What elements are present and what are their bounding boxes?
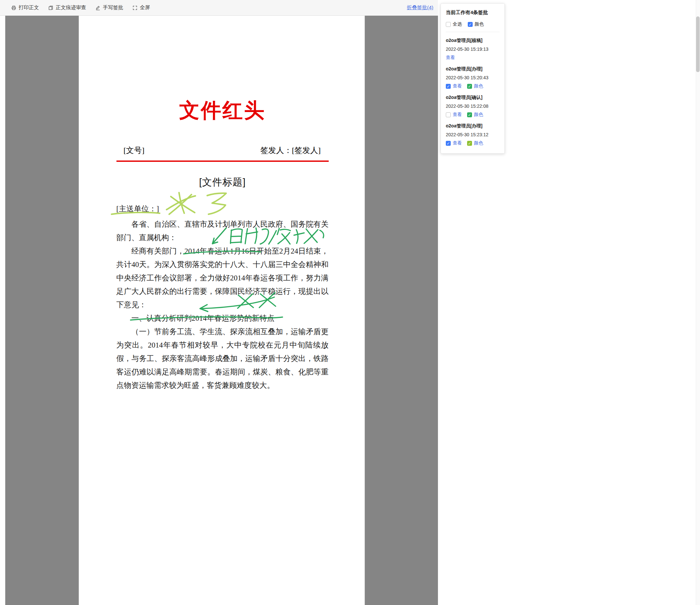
paragraph: （一）节前务工流、学生流、探亲流相互叠加，运输矛盾更为突出。2014年春节相对较…	[116, 325, 328, 392]
approver-name: o2oa管理员[办理]	[446, 123, 500, 129]
approvals-panel-title: 当前工作有4条签批	[446, 9, 500, 16]
document-area: 文件红头 [文号] 签发人：[签发人] [文件标题] [主送单位：] 各省、自治…	[5, 16, 438, 605]
toolbar: 打印正文 正文痕迹审查 手写签批 全屏 折叠签批(4)	[0, 0, 438, 16]
collapse-approvals-link[interactable]: 折叠签批(4)	[407, 4, 433, 11]
fullscreen-icon	[132, 5, 138, 10]
approval-time: 2022-05-30 15:19:13	[446, 47, 500, 52]
color-checkbox[interactable]	[467, 141, 472, 146]
red-header-title: 文件红头	[116, 99, 328, 122]
fullscreen-label: 全屏	[140, 4, 150, 11]
approval-actions: 查看 颜色	[446, 83, 500, 89]
color-checkbox[interactable]	[468, 22, 473, 27]
color-label: 颜色	[474, 112, 483, 118]
view-label: 查看	[453, 83, 462, 89]
approver-name: o2oa管理员[确认]	[446, 95, 500, 101]
issuer: 签发人：[签发人]	[260, 145, 321, 156]
approval-actions: 查看	[446, 55, 500, 60]
trace-review-button[interactable]: 正文痕迹审查	[48, 4, 86, 11]
approver-name: o2oa管理员[核稿]	[446, 38, 500, 44]
color-checkbox-group[interactable]: 颜色	[468, 21, 484, 27]
trace-review-icon	[48, 5, 53, 10]
vertical-scrollbar[interactable]	[696, 0, 700, 605]
select-all-label: 全选	[453, 21, 462, 27]
document-title: [文件标题]	[116, 176, 328, 189]
trace-review-label: 正文痕迹审查	[56, 4, 86, 11]
view-checkbox-group[interactable]: 查看	[446, 140, 462, 146]
section-heading: 一、认真分析研判2014年春运形势的新特点	[116, 311, 328, 325]
fullscreen-button[interactable]: 全屏	[132, 4, 150, 11]
approvals-panel: 当前工作有4条签批 全选 颜色 o2oa管理员[核稿] 2022-05-30 1…	[441, 3, 505, 154]
paragraph: 经商有关部门，2014年春运从1月16日开始至2月24日结束，共计40天。为深入…	[116, 244, 328, 311]
paragraph: 各省、自治区、直辖市及计划单列市人民政府、国务院有关部门、直属机构：	[116, 218, 328, 244]
red-divider-line	[116, 160, 328, 162]
view-checkbox[interactable]	[446, 112, 451, 117]
view-checkbox[interactable]	[446, 141, 451, 146]
color-checkbox-group[interactable]: 颜色	[467, 140, 483, 146]
document-body: [主送单位：] 各省、自治区、直辖市及计划单列市人民政府、国务院有关部门、直属机…	[116, 202, 328, 392]
scrollbar-thumb[interactable]	[696, 16, 700, 72]
select-all-checkbox-group[interactable]: 全选	[446, 21, 462, 27]
color-label: 颜色	[474, 83, 483, 89]
approval-entry: o2oa管理员[核稿] 2022-05-30 15:19:13 查看	[446, 38, 500, 60]
pen-icon	[95, 5, 101, 10]
doc-number: [文号]	[124, 145, 145, 156]
document-meta-row: [文号] 签发人：[签发人]	[116, 145, 328, 156]
select-all-checkbox[interactable]	[446, 22, 451, 27]
approval-entry: o2oa管理员[办理] 2022-05-30 15:23:12 查看 颜色	[446, 123, 500, 146]
color-label: 颜色	[475, 21, 484, 27]
document-page: 文件红头 [文号] 签发人：[签发人] [文件标题] [主送单位：] 各省、自治…	[79, 16, 365, 605]
approvals-filter-row: 全选 颜色	[446, 21, 500, 32]
print-body-button[interactable]: 打印正文	[11, 4, 39, 11]
recipient-line: [主送单位：]	[116, 202, 328, 216]
approval-time: 2022-05-30 15:23:12	[446, 132, 500, 137]
view-label: 查看	[453, 112, 462, 118]
color-checkbox-group[interactable]: 颜色	[467, 83, 483, 89]
color-checkbox[interactable]	[467, 84, 472, 89]
view-link[interactable]: 查看	[446, 55, 455, 60]
color-checkbox-group[interactable]: 颜色	[467, 112, 483, 118]
approval-time: 2022-05-30 15:20:43	[446, 75, 500, 80]
handwrite-sign-label: 手写签批	[103, 4, 123, 11]
approval-time: 2022-05-30 15:22:08	[446, 103, 500, 109]
approver-name: o2oa管理员[办理]	[446, 66, 500, 72]
printer-icon	[11, 5, 16, 10]
document-viewer: 打印正文 正文痕迹审查 手写签批 全屏 折叠签批(4) 文件红头 [文号	[0, 0, 438, 605]
color-checkbox[interactable]	[467, 112, 472, 117]
view-checkbox-group[interactable]: 查看	[446, 112, 462, 118]
view-checkbox-group[interactable]: 查看	[446, 83, 462, 89]
view-checkbox[interactable]	[446, 84, 451, 89]
approval-entry: o2oa管理员[确认] 2022-05-30 15:22:08 查看 颜色	[446, 95, 500, 118]
approval-entry: o2oa管理员[办理] 2022-05-30 15:20:43 查看 颜色	[446, 66, 500, 89]
approval-actions: 查看 颜色	[446, 112, 500, 118]
color-label: 颜色	[474, 140, 483, 146]
handwrite-sign-button[interactable]: 手写签批	[95, 4, 123, 11]
print-body-label: 打印正文	[19, 4, 39, 11]
approval-actions: 查看 颜色	[446, 140, 500, 146]
view-label: 查看	[453, 140, 462, 146]
